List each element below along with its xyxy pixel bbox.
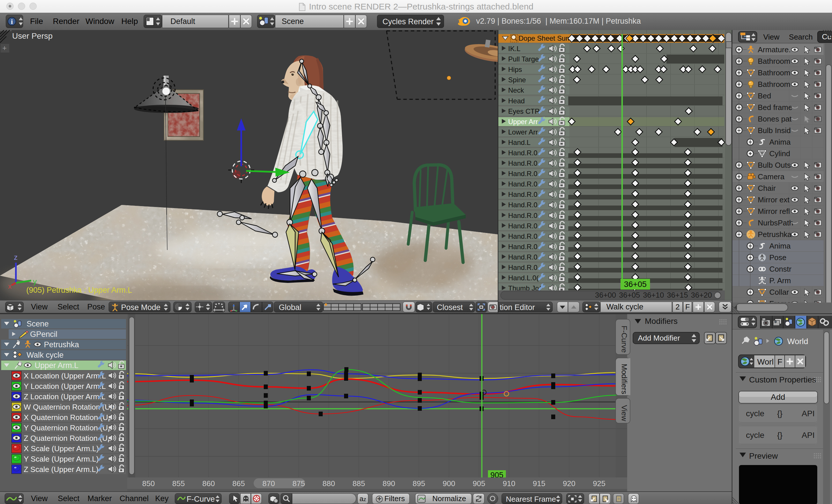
- svg-text:Hand.L.0(: Hand.L.0(: [508, 274, 539, 282]
- svg-text:860: 860: [202, 479, 215, 488]
- svg-text:Pose: Pose: [769, 253, 786, 262]
- svg-text:Bulb Insid: Bulb Insid: [758, 126, 791, 135]
- svg-text:865: 865: [232, 479, 245, 488]
- svg-text:IK.L: IK.L: [508, 45, 521, 53]
- svg-text:cycle: cycle: [746, 431, 764, 440]
- svg-text:F: F: [777, 357, 782, 366]
- svg-text:Hand.L: Hand.L: [508, 139, 530, 146]
- svg-text:Z Scale (Upper Arm.L): Z Scale (Upper Arm.L): [24, 465, 99, 474]
- svg-text:850: 850: [142, 479, 155, 488]
- svg-text:36+15: 36+15: [667, 291, 688, 299]
- svg-text:{}: {}: [777, 409, 783, 418]
- svg-text:Hand.R.0: Hand.R.0: [508, 232, 537, 240]
- svg-text:Hand.R.0: Hand.R.0: [508, 170, 537, 177]
- svg-text:Upper Arr: Upper Arr: [508, 118, 538, 125]
- svg-text:875: 875: [292, 479, 305, 488]
- svg-text:Bed frame: Bed frame: [758, 103, 792, 112]
- svg-text:880: 880: [322, 479, 335, 488]
- svg-text:z: z: [14, 253, 18, 261]
- svg-text:Upper Arm.L: Upper Arm.L: [35, 361, 79, 370]
- svg-text:View: View: [763, 33, 779, 41]
- svg-text:Worl: Worl: [757, 357, 774, 366]
- svg-text:870: 870: [262, 479, 275, 488]
- svg-text:920: 920: [563, 479, 575, 488]
- svg-text:Eyes CTR: Eyes CTR: [508, 107, 540, 115]
- svg-text:Hand.R.0: Hand.R.0: [508, 180, 537, 188]
- svg-text:{}: {}: [777, 431, 783, 440]
- svg-text:Hand.R.0: Hand.R.0: [508, 222, 537, 230]
- svg-text:Mirror ext: Mirror ext: [758, 195, 790, 204]
- svg-text:Y Location (Upper Arm.L: Y Location (Upper Arm.L: [24, 382, 106, 391]
- svg-text:Bathroom: Bathroom: [758, 68, 790, 77]
- svg-text:Bones pat: Bones pat: [758, 115, 792, 123]
- svg-text:Walk cycle: Walk cycle: [27, 351, 63, 359]
- svg-text:i: i: [11, 18, 13, 25]
- svg-text:Camera: Camera: [758, 172, 785, 181]
- svg-text:Add: Add: [771, 393, 785, 401]
- svg-text:Anima: Anima: [769, 138, 791, 146]
- svg-text:+: +: [2, 44, 7, 52]
- svg-text:Add Modifier: Add Modifier: [638, 334, 680, 342]
- svg-text:900: 900: [443, 479, 455, 488]
- svg-text:y: y: [33, 277, 37, 286]
- svg-text:X Location (Upper Arm.L: X Location (Upper Arm.L: [24, 371, 106, 380]
- svg-text:925: 925: [593, 479, 605, 488]
- svg-text:Y Scale (Upper Arm.L): Y Scale (Upper Arm.L): [24, 455, 99, 463]
- svg-text:x: x: [8, 282, 11, 290]
- svg-text:Modifiers: Modifiers: [645, 317, 678, 326]
- svg-text:Hand.R.0: Hand.R.0: [508, 201, 537, 209]
- svg-text:Hand.R.0: Hand.R.0: [508, 253, 537, 261]
- svg-text:World: World: [787, 337, 808, 346]
- svg-text:Hand.R.0: Hand.R.0: [508, 159, 537, 167]
- svg-text:P. Arm: P. Arm: [769, 276, 791, 285]
- svg-text:Hand.R.0: Hand.R.0: [508, 212, 537, 219]
- svg-text:Cylind: Cylind: [769, 149, 790, 158]
- svg-text:Bathroom: Bathroom: [758, 80, 790, 89]
- svg-text:API: API: [802, 409, 815, 418]
- svg-text:Petrushka: Petrushka: [44, 340, 79, 349]
- svg-text:Pull Targe: Pull Targe: [508, 55, 539, 63]
- svg-text:Armature.: Armature.: [758, 45, 791, 54]
- svg-text:Hand.R.0: Hand.R.0: [508, 263, 537, 271]
- svg-text:915: 915: [533, 479, 545, 488]
- svg-text:GPencil: GPencil: [30, 330, 57, 339]
- svg-text:Hand.R.0: Hand.R.0: [508, 243, 537, 251]
- svg-text:905: 905: [473, 479, 485, 488]
- svg-text:Mirror refl: Mirror refl: [758, 207, 790, 216]
- svg-text:855: 855: [172, 479, 185, 488]
- svg-text:36+05: 36+05: [624, 280, 647, 289]
- svg-text:Constr: Constr: [769, 265, 791, 273]
- svg-text:Lower Arr: Lower Arr: [508, 128, 538, 136]
- svg-text:890: 890: [383, 479, 395, 488]
- svg-text:Hips: Hips: [508, 65, 522, 73]
- svg-text:Spine: Spine: [508, 76, 526, 84]
- svg-text:Petrushka: Petrushka: [758, 230, 792, 239]
- svg-text:NurbsPath: NurbsPath: [758, 219, 793, 227]
- svg-text:36+10: 36+10: [643, 291, 664, 299]
- svg-text:Anima: Anima: [769, 242, 791, 250]
- svg-text:895: 895: [413, 479, 425, 488]
- svg-text:36+20: 36+20: [691, 291, 712, 299]
- svg-text:Hand.R.0: Hand.R.0: [508, 149, 537, 157]
- svg-text:Dope Sheet Sum: Dope Sheet Sum: [519, 34, 571, 42]
- svg-text:Scene: Scene: [27, 319, 49, 328]
- svg-text:cycle: cycle: [746, 409, 764, 418]
- svg-text:Modifiers: Modifiers: [620, 364, 629, 394]
- svg-text:36+00: 36+00: [595, 291, 616, 299]
- svg-text:Hand.R.0: Hand.R.0: [508, 191, 537, 198]
- svg-text:(905) Petrushka : Upper Arm.L: (905) Petrushka : Upper Arm.L: [26, 286, 132, 295]
- svg-text:Custom Properties: Custom Properties: [749, 375, 816, 384]
- svg-text:Bathroom: Bathroom: [758, 57, 790, 65]
- svg-text:Bulb Outs: Bulb Outs: [758, 161, 791, 169]
- svg-text:Search: Search: [789, 33, 813, 41]
- svg-text:API: API: [802, 431, 815, 440]
- svg-text:910: 910: [503, 479, 515, 488]
- svg-text:User Persp: User Persp: [12, 31, 53, 40]
- svg-text:X Scale (Upper Arm.L): X Scale (Upper Arm.L): [24, 444, 99, 453]
- svg-text:View: View: [620, 405, 629, 421]
- svg-text:Neck: Neck: [508, 86, 524, 94]
- svg-text:Bed: Bed: [758, 91, 771, 100]
- svg-text:Chair: Chair: [758, 184, 776, 193]
- svg-text:Collar: Collar: [769, 288, 789, 297]
- svg-text:Head: Head: [508, 97, 525, 105]
